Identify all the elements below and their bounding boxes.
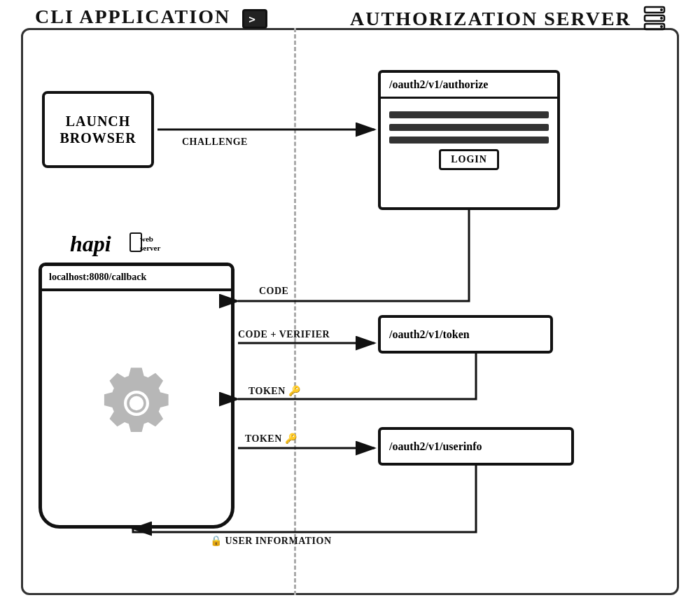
line-1: [389, 111, 549, 118]
line-3: [389, 137, 549, 144]
auth-header-text: Authorization Server: [350, 8, 631, 29]
authorize-endpoint-box: /oauth2/v1/authorize LOGIN: [378, 70, 560, 210]
server-icon: [643, 13, 666, 35]
cli-header-text: CLI Application: [35, 6, 230, 27]
hapi-text: hapi: [70, 231, 111, 256]
token-label-1: token 🔑: [248, 385, 300, 397]
diagram-container: CLI Application Authorization Server Lau…: [0, 0, 700, 614]
svg-point-3: [660, 8, 663, 11]
cli-header: CLI Application: [35, 6, 267, 29]
launch-browser-box: LauncH Browser: [42, 91, 154, 168]
login-button[interactable]: LOGIN: [439, 149, 499, 170]
userinfo-endpoint-box: /oauth2/v1/userinfo: [378, 427, 574, 466]
localhost-url: localhost:8080/callback: [42, 266, 231, 291]
code-label: CODE: [259, 286, 288, 297]
token-label-2: token 🔑: [245, 433, 297, 445]
hapi-sub-label: webserver: [140, 235, 160, 253]
auth-header: Authorization Server: [350, 6, 666, 36]
svg-point-6: [128, 395, 145, 412]
challenge-label: CHALLENGE: [182, 137, 248, 148]
localhost-body: [42, 291, 231, 515]
hapi-label: hapi: [70, 231, 111, 257]
token-endpoint-box: /oauth2/v1/token: [378, 315, 553, 354]
localhost-container: localhost:8080/callback: [38, 263, 234, 529]
divider-line: [294, 28, 296, 595]
gear-icon: [94, 361, 178, 445]
authorize-box-body: LOGIN: [381, 99, 557, 181]
terminal-icon: [242, 9, 267, 29]
userinfo-endpoint-text: /oauth2/v1/userinfo: [389, 440, 482, 453]
svg-point-4: [660, 17, 663, 20]
authorize-endpoint-title: /oauth2/v1/authorize: [381, 73, 557, 99]
svg-point-5: [660, 25, 663, 28]
launch-browser-label: LauncH Browser: [45, 113, 151, 146]
line-2: [389, 124, 549, 131]
token-endpoint-text: /oauth2/v1/token: [389, 328, 470, 341]
user-info-label: 🔒 user information: [210, 535, 332, 547]
code-verifier-label: CODE + VERIFIER: [238, 329, 330, 340]
